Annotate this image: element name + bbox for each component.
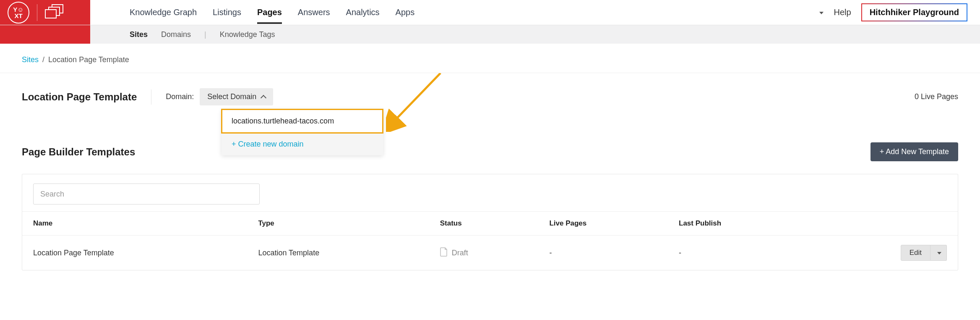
live-pages-count: 0 Live Pages xyxy=(915,92,958,101)
breadcrumb-sites-link[interactable]: Sites xyxy=(22,55,39,64)
cell-last-publish: - xyxy=(668,236,808,270)
create-new-domain-link[interactable]: + Create new domain xyxy=(222,133,383,155)
subnav-divider: | xyxy=(204,30,206,39)
page-title: Location Page Template xyxy=(22,91,137,103)
nav-apps[interactable]: Apps xyxy=(396,1,415,24)
select-domain-button[interactable]: Select Domain xyxy=(200,88,273,105)
subnav-sites[interactable]: Sites xyxy=(130,30,148,39)
draft-icon xyxy=(440,247,448,259)
topbar-right: Help Hitchhiker Playground xyxy=(818,0,980,25)
col-status[interactable]: Status xyxy=(429,212,539,236)
subnav-knowledge-tags[interactable]: Knowledge Tags xyxy=(220,30,275,39)
account-dropdown[interactable] xyxy=(818,9,824,16)
nav-answers[interactable]: Answers xyxy=(298,1,330,24)
section-row: Page Builder Templates + Add New Templat… xyxy=(0,105,980,161)
table-row[interactable]: Location Page Template Location Template… xyxy=(22,236,958,270)
cell-actions: Edit xyxy=(808,236,958,270)
cell-status: Draft xyxy=(429,236,539,270)
status-text: Draft xyxy=(452,249,468,257)
cell-name: Location Page Template xyxy=(22,236,247,270)
nav-knowledge-graph[interactable]: Knowledge Graph xyxy=(130,1,197,24)
row-actions-menu-button[interactable] xyxy=(930,245,947,261)
subnav-wrap: Sites Domains | Knowledge Tags xyxy=(0,25,980,44)
col-name[interactable]: Name xyxy=(22,212,247,236)
site-switcher-icon[interactable] xyxy=(45,4,65,21)
nav-pages[interactable]: Pages xyxy=(257,1,282,24)
subnav-domains[interactable]: Domains xyxy=(161,30,191,39)
topbar: Y☺XT Knowledge Graph Listings Pages Answ… xyxy=(0,0,980,25)
select-domain-label: Select Domain xyxy=(207,92,256,101)
add-new-template-button[interactable]: + Add New Template xyxy=(871,142,958,161)
table-header-row: Name Type Status Live Pages Last Publish xyxy=(22,212,958,236)
search-input[interactable] xyxy=(33,184,260,205)
col-actions xyxy=(808,212,958,236)
section-title: Page Builder Templates xyxy=(22,146,135,158)
breadcrumb-separator: / xyxy=(42,55,44,64)
hitchhiker-playground-button[interactable]: Hitchhiker Playground xyxy=(861,3,967,21)
cell-type: Location Template xyxy=(247,236,429,270)
title-row: Location Page Template Domain: Select Do… xyxy=(0,73,980,105)
breadcrumb-current: Location Page Template xyxy=(48,55,129,64)
domain-label: Domain: xyxy=(166,92,194,101)
chevron-down-icon xyxy=(937,252,941,254)
title-divider xyxy=(151,89,151,105)
nav-listings[interactable]: Listings xyxy=(213,1,241,24)
sub-nav: Sites Domains | Knowledge Tags xyxy=(90,25,980,44)
col-live-pages[interactable]: Live Pages xyxy=(538,212,668,236)
logo-separator xyxy=(37,4,37,21)
primary-nav: Knowledge Graph Listings Pages Answers A… xyxy=(90,0,818,25)
templates-table: Name Type Status Live Pages Last Publish… xyxy=(22,211,958,270)
logo-block[interactable]: Y☺XT xyxy=(0,0,90,25)
help-link[interactable]: Help xyxy=(834,8,851,17)
templates-table-card: Name Type Status Live Pages Last Publish… xyxy=(22,174,958,270)
domain-option[interactable]: locations.turtlehead-tacos.com xyxy=(222,109,383,133)
domain-dropdown: locations.turtlehead-tacos.com + Create … xyxy=(222,109,383,155)
col-last-publish[interactable]: Last Publish xyxy=(668,212,808,236)
col-type[interactable]: Type xyxy=(247,212,429,236)
subnav-logo-spacer xyxy=(0,25,90,44)
nav-analytics[interactable]: Analytics xyxy=(346,1,380,24)
edit-button[interactable]: Edit xyxy=(901,245,930,261)
chevron-down-icon xyxy=(819,12,824,14)
chevron-up-icon xyxy=(261,94,266,100)
table-search-row xyxy=(22,174,958,211)
brand-logo-icon: Y☺XT xyxy=(8,2,29,24)
breadcrumb: Sites / Location Page Template xyxy=(0,44,980,73)
cell-live-pages: - xyxy=(538,236,668,270)
